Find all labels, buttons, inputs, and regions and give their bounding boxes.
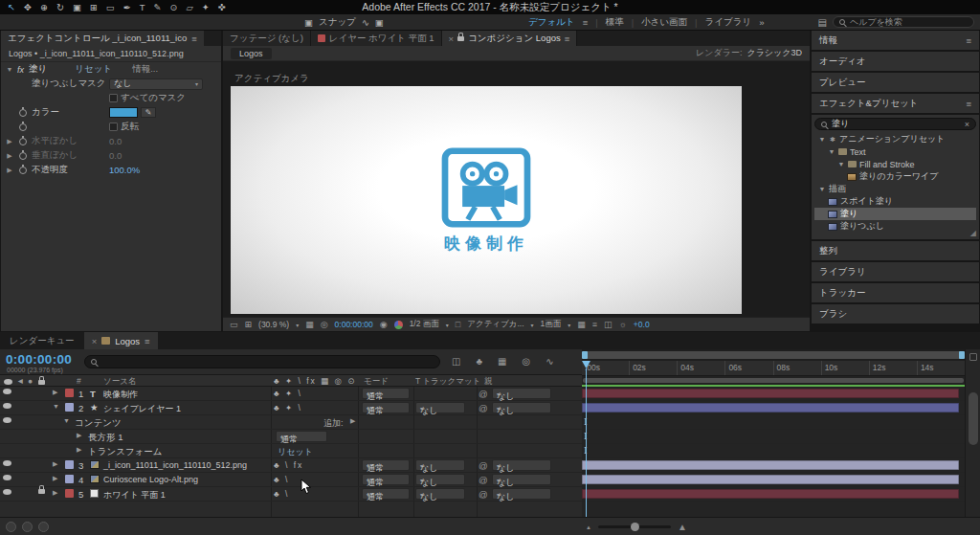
- eye-icon[interactable]: [3, 460, 11, 466]
- selection-tool-icon[interactable]: ↖: [8, 3, 15, 12]
- tab-timeline-logos[interactable]: × Logos ≡: [84, 332, 158, 349]
- expander-icon[interactable]: ▶: [5, 138, 14, 145]
- clone-stamp-tool-icon[interactable]: ⊙: [170, 3, 178, 12]
- pixel-aspect-icon[interactable]: ▦: [577, 320, 586, 329]
- expander-icon[interactable]: ▶: [77, 446, 81, 454]
- brush-tool-icon[interactable]: ✎: [154, 3, 162, 12]
- layer-row-2[interactable]: ▼ 2 ★ シェイプレイヤー 1 ♣ ✦ \ 通常▾ なし▾ @ なし▾: [0, 401, 582, 415]
- workspace-menu-icon[interactable]: ≡: [583, 17, 589, 28]
- snap-option-icon[interactable]: ∿: [362, 17, 369, 28]
- panel-preview[interactable]: プレビュー: [812, 73, 979, 92]
- tree-item-animation-presets[interactable]: ▼ ✱ アニメーションプリセット: [814, 133, 976, 145]
- tree-item-paint-bucket[interactable]: 塗りつぶし: [814, 220, 976, 233]
- panel-info[interactable]: 情報 ≡: [812, 31, 979, 50]
- pickwhip-icon[interactable]: @: [479, 475, 488, 485]
- camera-tool-icon[interactable]: ▣: [73, 3, 81, 12]
- zoom-slider[interactable]: [598, 525, 671, 528]
- clear-search-icon[interactable]: ×: [965, 120, 969, 129]
- tree-item-fill-color-wipe[interactable]: 塗りのカラーワイプ: [814, 170, 976, 183]
- eye-icon[interactable]: [3, 417, 11, 423]
- work-area-bar[interactable]: [583, 378, 964, 383]
- resolution-select[interactable]: 1/2 画面: [410, 319, 439, 330]
- tree-item-text[interactable]: ▼ Text: [814, 145, 976, 158]
- h-feather-value[interactable]: 0.0: [109, 136, 122, 146]
- eraser-tool-icon[interactable]: ▱: [187, 3, 193, 12]
- reset-link[interactable]: リセット: [75, 63, 112, 76]
- layer-switches[interactable]: ♣ \ fx: [274, 460, 303, 470]
- pickwhip-icon[interactable]: @: [479, 389, 488, 399]
- pen-tool-icon[interactable]: ✒: [123, 3, 131, 12]
- expand-transfer-controls-button[interactable]: [22, 522, 33, 532]
- layer-name[interactable]: ホワイト 平面 1: [103, 489, 166, 502]
- expander-icon[interactable]: ▼: [63, 417, 70, 424]
- workspace-overflow-icon[interactable]: »: [759, 17, 764, 28]
- expander-icon[interactable]: ▼: [818, 186, 826, 192]
- solo-column-icon[interactable]: ●: [28, 376, 33, 386]
- work-area-strip[interactable]: [582, 376, 965, 385]
- lock-icon[interactable]: [457, 36, 464, 41]
- effect-name[interactable]: 塗り: [29, 63, 47, 76]
- zoom-tool-icon[interactable]: ⊕: [40, 3, 48, 12]
- graph-editor-icon[interactable]: ∿: [546, 356, 553, 367]
- panel-effects-presets[interactable]: エフェクト&プリセット ≡: [812, 94, 979, 113]
- help-search-input[interactable]: ヘルプを検索: [833, 16, 974, 28]
- all-masks-checkbox[interactable]: [109, 94, 118, 102]
- navigator-bar[interactable]: [582, 351, 965, 359]
- eye-icon[interactable]: [3, 403, 11, 409]
- lock-column-icon[interactable]: [38, 380, 45, 385]
- parent-select[interactable]: なし▾: [492, 388, 551, 399]
- track-matte-select[interactable]: なし▾: [415, 459, 465, 471]
- blend-mode-select[interactable]: 通常▾: [362, 402, 410, 413]
- group-blend-select[interactable]: 通常▾: [276, 431, 327, 442]
- workspace-libraries[interactable]: ライブラリ: [705, 16, 752, 29]
- panel-menu-icon[interactable]: ≡: [966, 35, 971, 46]
- pickwhip-icon[interactable]: @: [479, 489, 488, 500]
- label-color-chip[interactable]: [65, 460, 74, 469]
- snap-option2-icon[interactable]: ▣: [375, 17, 384, 28]
- expander-icon[interactable]: ▶: [5, 167, 14, 174]
- flowchart-icon[interactable]: ◫: [604, 320, 612, 329]
- panel-menu-icon[interactable]: ≡: [565, 33, 570, 44]
- layer-duration-bar[interactable]: [582, 475, 959, 484]
- motion-blur-icon[interactable]: ◎: [522, 356, 530, 367]
- cti-head[interactable]: [582, 361, 590, 368]
- panel-tracker[interactable]: トラッカー: [812, 283, 979, 302]
- panel-brushes[interactable]: ブラシ: [812, 304, 979, 323]
- workspace-default[interactable]: デフォルト: [528, 16, 575, 29]
- hide-shy-icon[interactable]: ♣: [476, 356, 482, 367]
- text-tool-icon[interactable]: T: [140, 3, 145, 12]
- fill-mask-select[interactable]: なし ▾: [109, 78, 203, 90]
- frame-blend-icon[interactable]: ▦: [498, 356, 506, 367]
- label-color-chip[interactable]: [65, 475, 74, 483]
- snapshot-icon[interactable]: ◉: [380, 320, 388, 329]
- blend-mode-select[interactable]: 通常▾: [362, 474, 410, 485]
- close-icon[interactable]: ×: [449, 33, 455, 44]
- add-label[interactable]: 追加:: [323, 417, 344, 430]
- view-select[interactable]: アクティブカ...: [467, 319, 523, 330]
- effects-search-input[interactable]: 塗り ×: [814, 118, 976, 130]
- panel-align[interactable]: 整列: [812, 241, 979, 260]
- layer-switches[interactable]: ♣ ✦ \: [274, 389, 302, 398]
- panel-resize-grip[interactable]: ◢: [970, 229, 976, 237]
- layer-duration-bar[interactable]: [582, 389, 959, 398]
- roi-icon[interactable]: □: [456, 320, 460, 329]
- label-color-chip[interactable]: [65, 489, 74, 498]
- expander-icon[interactable]: ▼: [818, 136, 826, 143]
- stopwatch-icon[interactable]: [19, 109, 27, 117]
- exposure-value[interactable]: +0.0: [634, 320, 650, 329]
- puppet-pin-tool-icon[interactable]: ✜: [218, 3, 226, 12]
- timeline-search-input[interactable]: [84, 355, 440, 368]
- navigator-start-handle[interactable]: [582, 351, 588, 359]
- tree-item-fill-selected[interactable]: 塗り: [814, 208, 976, 220]
- shape-tool-icon[interactable]: ▭: [106, 3, 115, 12]
- timeline-navigator[interactable]: [582, 349, 965, 361]
- expander-icon[interactable]: ▼: [53, 403, 59, 410]
- expand-layer-switches-button[interactable]: [6, 522, 16, 532]
- layer-switches[interactable]: ♣ \: [274, 489, 289, 499]
- rect-label[interactable]: 長方形 1: [88, 432, 122, 444]
- stopwatch-icon[interactable]: [19, 138, 27, 145]
- stopwatch-icon[interactable]: [19, 123, 27, 131]
- layer-switches[interactable]: ♣ \: [274, 475, 289, 484]
- stopwatch-icon[interactable]: [19, 167, 27, 174]
- layer-name[interactable]: 映像制作: [103, 389, 138, 401]
